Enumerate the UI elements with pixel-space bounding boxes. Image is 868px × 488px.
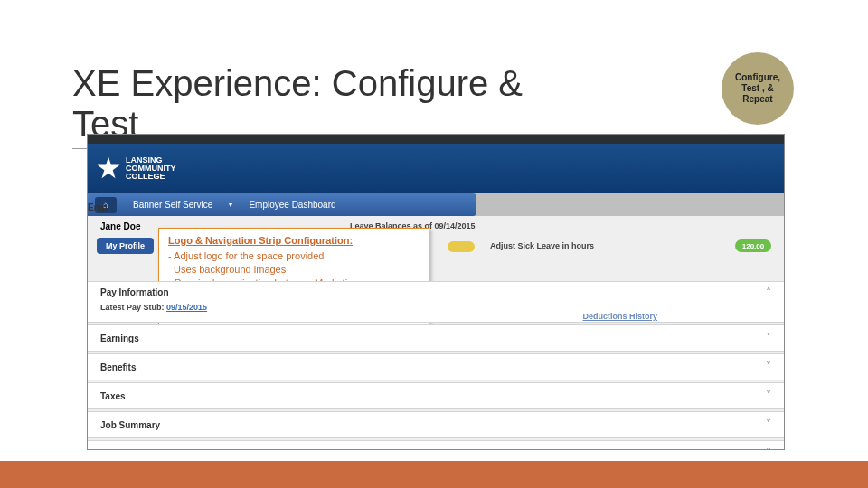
- app-top-bar: [88, 135, 784, 144]
- emp-prefix: Emp: [87, 202, 119, 215]
- brand-strip: LANSING COMMUNITY COLLEGE: [88, 144, 784, 193]
- institution-name: LANSING COMMUNITY COLLEGE: [126, 156, 176, 181]
- emp-summary-label: Employee Summary: [100, 449, 187, 451]
- breadcrumb: ⌂ Banner Self Service ▾ Employee Dashboa…: [88, 193, 476, 216]
- user-name: Jane Doe: [100, 221, 140, 231]
- row-employee-summary[interactable]: Employee Summary˅: [88, 440, 784, 450]
- institution-logo: LANSING COMMUNITY COLLEGE: [97, 156, 176, 181]
- job-summary-label: Job Summary: [100, 420, 160, 430]
- leave-pill-yellow: [448, 241, 475, 252]
- deductions-history-link[interactable]: Deductions History: [582, 312, 657, 321]
- chevron-down-icon: ˅: [766, 332, 771, 344]
- chevron-down-icon: ˅: [766, 361, 771, 373]
- dashboard-content: Jane Doe Leave Balances as of 09/14/2015…: [88, 216, 784, 449]
- badge-line1: Configure,: [735, 72, 780, 83]
- chevron-down-icon: ˅: [766, 418, 771, 431]
- star-icon: [97, 157, 120, 181]
- app-screenshot: LANSING COMMUNITY COLLEGE ⌂ Banner Self …: [87, 134, 785, 450]
- adjust-sick-leave-label: Adjust Sick Leave in hours: [490, 241, 594, 250]
- badge-line3: Repeat: [735, 94, 780, 105]
- taxes-label: Taxes: [100, 391, 126, 401]
- crumb-employee-dashboard[interactable]: Employee Dashboard: [240, 198, 344, 211]
- row-pay-information[interactable]: Pay Information Latest Pay Stub: 09/15/2…: [88, 281, 784, 323]
- latest-pay-stub: Latest Pay Stub: 09/15/2015: [100, 303, 771, 312]
- chevron-down-icon: ▾: [229, 201, 232, 209]
- slide-footer-bar: [0, 461, 868, 488]
- benefits-label: Benefits: [100, 362, 136, 372]
- cycle-badge: Configure, Test , & Repeat: [722, 52, 794, 125]
- row-job-summary[interactable]: Job Summary˅: [88, 411, 784, 438]
- callout-title: Logo & Navigation Strip Configuration:: [168, 234, 420, 248]
- pay-title: Pay Information: [100, 287, 771, 297]
- brand-l3: COLLEGE: [126, 173, 176, 181]
- callout-l2: Uses background images: [168, 263, 420, 277]
- earnings-label: Earnings: [100, 333, 139, 343]
- callout-l1: - Adjust logo for the space provided: [168, 249, 420, 263]
- chevron-up-icon: ˄: [766, 286, 771, 299]
- my-profile-button[interactable]: My Profile: [97, 238, 154, 254]
- chevron-down-icon: ˅: [766, 389, 771, 402]
- badge-line2: Test , &: [735, 83, 780, 94]
- pay-stub-link[interactable]: 09/15/2015: [166, 303, 207, 312]
- pay-sub-prefix: Latest Pay Stub:: [100, 303, 165, 312]
- row-taxes[interactable]: Taxes˅: [88, 382, 784, 409]
- chevron-down-icon: ˅: [766, 447, 771, 450]
- crumb-self-service[interactable]: Banner Self Service: [124, 198, 222, 211]
- row-earnings[interactable]: Earnings˅: [88, 324, 784, 352]
- row-benefits[interactable]: Benefits˅: [88, 353, 784, 380]
- info-rows: Pay Information Latest Pay Stub: 09/15/2…: [88, 281, 784, 450]
- leave-pill-green: 120.00: [735, 239, 771, 252]
